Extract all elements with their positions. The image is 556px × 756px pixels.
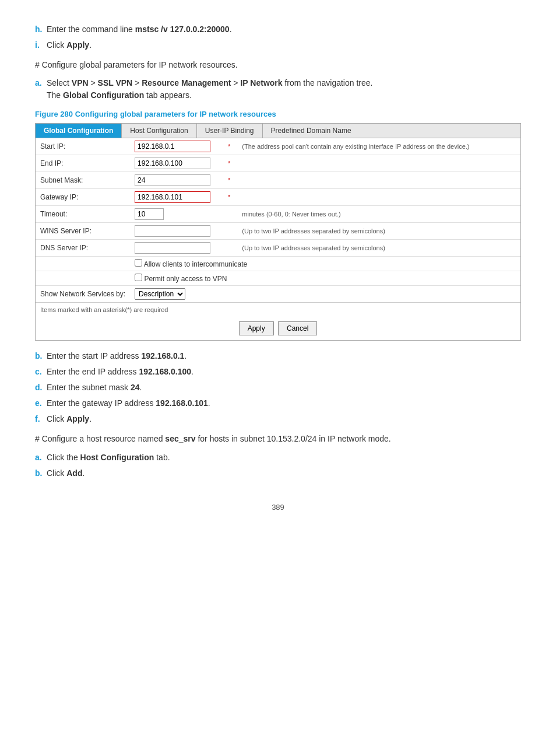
label-start-ip: Start IP: xyxy=(36,138,130,155)
input-start-ip[interactable] xyxy=(135,141,210,152)
button-row: Apply Cancel xyxy=(36,317,520,340)
step-i: i. Click Apply. xyxy=(35,39,521,51)
tab-user-ip-binding[interactable]: User-IP Binding xyxy=(197,124,263,138)
checkbox-intercommunicate[interactable] xyxy=(135,259,142,267)
main-content: h. Enter the command line mstsc /v 127.0… xyxy=(35,23,521,512)
page-number: 389 xyxy=(35,503,521,512)
step-final-a-letter: a. xyxy=(35,452,42,464)
step-b: b. Enter the start IP address 192.168.0.… xyxy=(35,350,521,362)
step-final-b-letter: b. xyxy=(35,467,42,480)
step-i-text: Click Apply. xyxy=(47,40,92,50)
asterisk-start-ip: * xyxy=(223,138,237,155)
input-gateway-ip[interactable] xyxy=(135,191,210,203)
input-cell-timeout xyxy=(130,206,223,223)
step-letter-c: c. xyxy=(35,366,42,378)
hash-note-2-bold: sec_srv xyxy=(165,434,195,443)
input-subnet-mask[interactable] xyxy=(135,174,210,186)
step-final-b-text: Click Add. xyxy=(47,468,85,478)
hint-dns: (Up to two IP addresses separated by sem… xyxy=(237,240,520,257)
hint-timeout: minutes (0-60, 0: Never times out.) xyxy=(237,206,520,223)
step-d-text: Enter the subnet mask 24. xyxy=(47,383,142,392)
step-a1: a. Select VPN > SSL VPN > Resource Manag… xyxy=(35,77,521,102)
input-cell-end-ip xyxy=(130,155,223,172)
label-gateway-ip: Gateway IP: xyxy=(36,189,130,206)
step-h-bold: mstsc /v 127.0.0.2:20000 xyxy=(135,24,230,34)
label-dns: DNS Server IP: xyxy=(36,240,130,257)
step-b-text: Enter the start IP address 192.168.0.1. xyxy=(47,351,186,360)
step-a1-letter: a. xyxy=(35,77,42,89)
steps-b-f: b. Enter the start IP address 192.168.0.… xyxy=(35,350,521,425)
step-final-b: b. Click Add. xyxy=(35,467,521,480)
cancel-button[interactable]: Cancel xyxy=(278,321,317,335)
ui-panel: Global Configuration Host Configuration … xyxy=(35,123,521,341)
hint-end-ip xyxy=(237,155,520,172)
steps-top: h. Enter the command line mstsc /v 127.0… xyxy=(35,23,521,51)
footer-note: Items marked with an asterisk(*) are req… xyxy=(36,302,520,317)
step-c: c. Enter the end IP address 192.168.0.10… xyxy=(35,366,521,378)
checkbox1-cell: Allow clients to intercommunicate xyxy=(130,257,520,271)
row-subnet-mask: Subnet Mask: * xyxy=(36,172,520,189)
figure-caption: Figure 280 Configuring global parameters… xyxy=(35,110,521,118)
step-e-text: Enter the gateway IP address 192.168.0.1… xyxy=(47,398,210,408)
hash-note-2: # Configure a host resource named sec_sr… xyxy=(35,432,521,445)
checkbox2-spacer xyxy=(36,271,130,286)
row-dns: DNS Server IP: (Up to two IP addresses s… xyxy=(36,240,520,257)
input-cell-gateway-ip xyxy=(130,189,223,206)
step-e: e. Enter the gateway IP address 192.168.… xyxy=(35,397,521,410)
step-letter-h: h. xyxy=(35,23,42,36)
hint-subnet xyxy=(237,172,520,189)
step-letter-f: f. xyxy=(35,413,40,425)
show-network-select[interactable]: Description xyxy=(135,288,185,300)
step-h: h. Enter the command line mstsc /v 127.0… xyxy=(35,23,521,36)
label-end-ip: End IP: xyxy=(36,155,130,172)
row-checkbox2: Permit only access to VPN xyxy=(36,271,520,286)
hash-note-1: # Configure global parameters for IP net… xyxy=(35,58,521,71)
step-c-text: Enter the end IP address 192.168.0.100. xyxy=(47,367,193,376)
steps-final: a. Click the Host Configuration tab. b. … xyxy=(35,452,521,480)
step-a1-text: Select VPN > SSL VPN > Resource Manageme… xyxy=(47,78,372,100)
step-f: f. Click Apply. xyxy=(35,413,521,425)
row-wins: WINS Server IP: (Up to two IP addresses … xyxy=(36,223,520,240)
input-end-ip[interactable] xyxy=(135,158,210,169)
input-timeout[interactable] xyxy=(135,208,164,220)
apply-button[interactable]: Apply xyxy=(239,321,274,335)
input-cell-start-ip xyxy=(130,138,223,155)
label-timeout: Timeout: xyxy=(36,206,130,223)
step-letter-e: e. xyxy=(35,397,42,410)
hint-start-ip: (The address pool can't contain any exis… xyxy=(237,138,520,155)
row-show-network: Show Network Services by: Description xyxy=(36,286,520,303)
step-h-text: Enter the command line mstsc /v 127.0.0.… xyxy=(47,24,232,34)
step-d: d. Enter the subnet mask 24. xyxy=(35,382,521,394)
step-letter-i: i. xyxy=(35,39,40,51)
step-i-bold: Apply xyxy=(66,40,89,50)
steps-a1: a. Select VPN > SSL VPN > Resource Manag… xyxy=(35,77,521,102)
input-wins[interactable] xyxy=(135,225,210,237)
hash-note-2-prefix: # Configure a host resource named xyxy=(35,434,165,443)
row-end-ip: End IP: * xyxy=(36,155,520,172)
checkbox2-label: Permit only access to VPN xyxy=(144,275,227,283)
checkbox1-label: Allow clients to intercommunicate xyxy=(144,260,247,268)
step-letter-d: d. xyxy=(35,382,42,394)
checkbox-vpn-only[interactable] xyxy=(135,274,142,281)
row-timeout: Timeout: minutes (0-60, 0: Never times o… xyxy=(36,206,520,223)
hint-gateway xyxy=(237,189,520,206)
tab-predefined-domain-name[interactable]: Predefined Domain Name xyxy=(263,124,360,138)
step-final-a-text: Click the Host Configuration tab. xyxy=(47,453,170,462)
row-checkbox1: Allow clients to intercommunicate xyxy=(36,257,520,271)
input-dns[interactable] xyxy=(135,242,210,254)
checkbox2-cell: Permit only access to VPN xyxy=(130,271,520,286)
input-cell-subnet-mask xyxy=(130,172,223,189)
input-cell-wins xyxy=(130,223,223,240)
input-cell-dns xyxy=(130,240,223,257)
label-wins: WINS Server IP: xyxy=(36,223,130,240)
step-f-text: Click Apply. xyxy=(47,414,92,424)
tab-host-configuration[interactable]: Host Configuration xyxy=(122,124,196,138)
step-letter-b: b. xyxy=(35,350,42,362)
footer-note-text: Items marked with an asterisk(*) are req… xyxy=(40,306,168,313)
checkbox1-spacer xyxy=(36,257,130,271)
label-show-network: Show Network Services by: xyxy=(36,286,130,303)
step-final-a: a. Click the Host Configuration tab. xyxy=(35,452,521,464)
row-start-ip: Start IP: * (The address pool can't cont… xyxy=(36,138,520,155)
asterisk-gateway: * xyxy=(223,189,237,206)
tab-global-configuration[interactable]: Global Configuration xyxy=(36,124,122,138)
